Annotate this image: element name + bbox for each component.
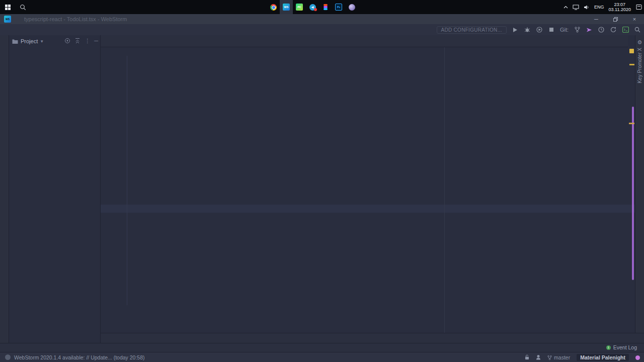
gear-icon[interactable]: ⚙ [635,39,644,46]
run-button[interactable] [512,26,519,33]
error-stripe [628,35,635,333]
webstorm-logo-icon: WS [4,16,11,23]
taskbar-app-chrome[interactable] [267,0,280,14]
event-log-badge: 1 [606,345,611,350]
start-button[interactable] [0,0,15,14]
indent-guide [127,56,127,305]
debug-button[interactable] [524,26,531,33]
folder-icon [12,39,18,44]
taskbar-search-button[interactable] [15,0,30,14]
tool-window-bar [0,343,644,352]
restore-button[interactable] [606,14,625,24]
tool-stripe-key-promoter[interactable]: Key Promoter X [637,48,642,83]
highlighting-level-icon[interactable] [536,354,541,361]
inspection-status-indicator[interactable] [629,49,634,53]
theme-widget[interactable]: Material Palenight [577,354,629,361]
taskbar-app-telegram[interactable]: ◄ [306,0,319,14]
status-message-text: WebStorm 2020.1.4 available: // Update..… [14,354,145,360]
taskbar-app-webstorm[interactable]: WS [280,0,293,14]
navigation-bar: ADD CONFIGURATION... Git: [0,24,644,35]
lock-icon[interactable] [525,354,529,361]
search-everywhere-icon[interactable] [634,26,641,33]
minimize-button[interactable]: ─ [587,14,606,24]
taskbar-app-browser[interactable] [345,0,358,14]
scrollbar-thumb[interactable] [632,107,634,280]
history-button[interactable] [598,26,605,33]
notification-icon[interactable] [635,4,642,10]
hide-panel-button[interactable]: ─ [94,38,98,45]
code-editor[interactable] [101,47,628,333]
photoshop-icon: Ps [335,4,342,11]
project-panel: Project ▼ ⋮ ─ [9,35,101,343]
menu-bar: WS typescript-react - TodoList.tsx - Web… [0,14,644,24]
restore-icon [613,17,618,22]
git-push-button[interactable] [586,26,593,33]
run-with-coverage-button[interactable] [536,26,543,33]
add-configuration-button[interactable]: ADD CONFIGURATION... [437,26,507,34]
terminal-quick-icon[interactable] [622,26,629,33]
locate-file-button[interactable] [64,38,70,45]
chrome-icon [270,4,277,11]
taskbar-app-pycharm[interactable]: PC [293,0,306,14]
event-log-button[interactable]: 1 Event Log [606,343,637,352]
status-message[interactable]: WebStorm 2020.1.4 available: // Update..… [5,354,145,360]
chevron-down-icon[interactable]: ▼ [40,39,44,44]
stop-button[interactable] [548,26,555,33]
pycharm-icon: PC [296,4,303,11]
webstorm-update-icon [5,354,11,360]
warning-mark[interactable] [629,123,634,124]
telegram-icon: ◄ [309,4,316,11]
git-branch-widget[interactable]: master [547,354,570,360]
windows-taskbar: WSPC◄Ps ENG 23:0703.11.2020 [0,0,644,14]
tray-chevron-icon[interactable] [564,6,568,9]
git-widget-label: Git: [560,27,569,33]
browser-icon [349,4,355,11]
theme-color-dot [635,355,640,360]
language-indicator[interactable]: ENG [594,5,604,10]
window-title: typescript-react - TodoList.tsx - WebSto… [24,16,127,22]
update-project-button[interactable] [610,26,617,33]
search-icon [20,4,26,11]
taskbar-app-figma[interactable] [319,0,332,14]
panel-options-button[interactable]: ⋮ [85,38,90,45]
right-tool-stripe: ⚙ Key Promoter X [635,35,644,333]
warning-mark[interactable] [629,64,634,65]
volume-icon[interactable] [584,5,590,10]
branch-name: master [554,354,570,360]
git-branch-icon[interactable] [574,26,581,33]
project-panel-header[interactable]: Project ▼ ⋮ ─ [9,35,100,47]
current-line-highlight [101,205,628,213]
webstorm-icon: WS [283,4,290,11]
project-panel-title: Project [21,38,38,44]
left-tool-stripe [0,35,9,343]
taskbar-app-photoshop[interactable]: Ps [332,0,345,14]
taskbar-tray: ENG 23:0703.11.2020 [564,0,642,14]
editor-area[interactable] [101,35,628,333]
taskbar-pinned-apps: WSPC◄Ps [267,0,358,14]
close-button[interactable]: × [625,14,644,24]
run-toolbar: ADD CONFIGURATION... Git: [437,24,641,35]
display-icon[interactable] [573,5,579,10]
collapse-all-button[interactable] [74,38,80,45]
branch-icon [547,355,552,360]
figma-icon [324,4,328,10]
window-controls: ─ × [587,14,644,24]
editor-tabs [101,35,628,47]
status-bar: WebStorm 2020.1.4 available: // Update..… [0,352,644,362]
tray-clock[interactable]: 23:0703.11.2020 [609,2,631,12]
right-margin-guide [444,47,445,333]
windows-logo-icon [5,5,11,10]
event-log-label: Event Log [613,344,637,350]
editor-breadcrumbs [101,333,644,343]
